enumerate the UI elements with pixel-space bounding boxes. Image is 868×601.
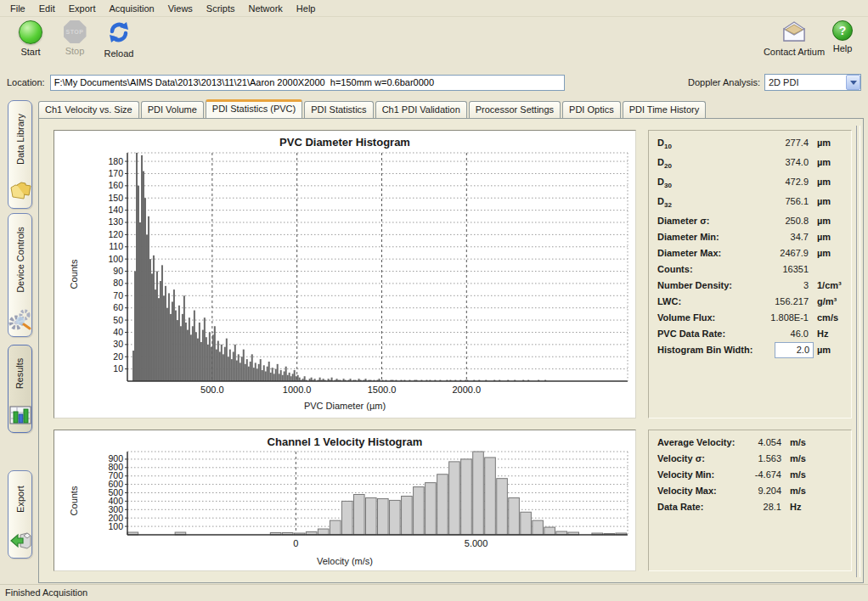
stat-label: Velocity Max: bbox=[657, 486, 717, 496]
pvc-diameter-histogram-panel: 1020304050607080901001101201301401501601… bbox=[54, 130, 636, 418]
stat-row-pvc-data-rate: PVC Data Rate:46.0Hz bbox=[657, 329, 843, 345]
svg-text:0: 0 bbox=[293, 538, 298, 548]
stat-row-velocity-min: Velocity Min:-4.674m/s bbox=[657, 469, 843, 486]
status-text: Finished Acquisition bbox=[5, 587, 87, 598]
stat-value: 1.563 bbox=[758, 453, 781, 463]
svg-text:40: 40 bbox=[113, 327, 123, 337]
pvc-stats-panel: D10277.4µmD20374.0µmD30472.9µmD32756.1µm… bbox=[648, 130, 852, 418]
sidebar-item-label: Export bbox=[15, 486, 25, 513]
tab-ch1-velocity-vs-size[interactable]: Ch1 Velocity vs. Size bbox=[38, 101, 139, 118]
stat-label: Volume Flux: bbox=[657, 312, 715, 323]
menu-views[interactable]: Views bbox=[161, 2, 200, 15]
stat-unit: Hz bbox=[817, 329, 828, 339]
stat-value: -4.674 bbox=[755, 469, 781, 480]
stat-label: Counts: bbox=[657, 264, 693, 274]
stat-label: Data Rate: bbox=[657, 502, 703, 512]
stat-unit: cm/s bbox=[817, 312, 838, 323]
gears-icon bbox=[8, 306, 33, 333]
reload-label: Reload bbox=[104, 48, 134, 59]
menu-file[interactable]: File bbox=[3, 2, 32, 15]
menu-acquisition[interactable]: Acquisition bbox=[103, 2, 161, 15]
stat-value: 4.054 bbox=[758, 437, 781, 447]
start-button[interactable]: Start bbox=[8, 20, 53, 57]
doppler-analysis-select[interactable]: 2D PDI bbox=[764, 74, 861, 91]
contact-artium-button[interactable]: Contact Artium bbox=[763, 20, 826, 57]
sidebar-item-export[interactable]: Export bbox=[8, 470, 32, 559]
stat-row-counts: Counts:16351 bbox=[657, 264, 843, 280]
tab-pdi-volume[interactable]: PDI Volume bbox=[141, 101, 204, 118]
svg-text:110: 110 bbox=[109, 241, 123, 251]
menu-help[interactable]: Help bbox=[290, 2, 323, 15]
stat-value: 16351 bbox=[782, 264, 809, 274]
location-input[interactable] bbox=[50, 75, 565, 91]
stat-row-volume-flux: Volume Flux:1.808E-1cm/s bbox=[657, 312, 843, 329]
stat-label: Average Velocity: bbox=[657, 437, 735, 447]
svg-text:150: 150 bbox=[108, 193, 123, 203]
stat-label: Diameter Min: bbox=[657, 232, 719, 242]
stat-unit: µm bbox=[817, 345, 831, 355]
sidebar-item-data-library[interactable]: Data Library bbox=[8, 100, 32, 209]
stat-label: LWC: bbox=[657, 296, 681, 306]
stat-row-diameter-min: Diameter Min:34.7µm bbox=[657, 232, 843, 248]
sidebar-item-label: Data Library bbox=[15, 114, 25, 165]
svg-text:100: 100 bbox=[108, 254, 123, 264]
stat-label: Number Density: bbox=[657, 280, 732, 290]
help-label: Help bbox=[833, 43, 853, 53]
menu-edit[interactable]: Edit bbox=[32, 2, 62, 15]
stat-value: 277.4 bbox=[785, 138, 809, 148]
vertical-splitter[interactable] bbox=[856, 126, 860, 577]
stat-value: 756.1 bbox=[785, 196, 809, 206]
stat-row-d30: D30472.9µm bbox=[657, 177, 843, 196]
stat-label: D20 bbox=[657, 157, 672, 167]
stat-row-number-density: Number Density:31/cm³ bbox=[657, 280, 843, 296]
export-icon bbox=[8, 527, 33, 554]
envelope-icon bbox=[781, 20, 808, 44]
help-button[interactable]: ? Help bbox=[826, 20, 860, 53]
sidebar-item-device-controls[interactable]: Device Controls bbox=[8, 213, 32, 337]
stat-row-velocity-max: Velocity Max:9.204m/s bbox=[657, 486, 843, 502]
tab-pdi-statistics[interactable]: PDI Statistics bbox=[304, 101, 373, 118]
tab-pdi-time-history[interactable]: PDI Time History bbox=[623, 101, 707, 118]
stat-row-diameter-max: Diameter Max:2467.9µm bbox=[657, 248, 843, 264]
svg-text:900: 900 bbox=[108, 453, 123, 463]
histogram-bin-width-input[interactable]: 2.0 bbox=[775, 342, 814, 358]
svg-text:30: 30 bbox=[113, 339, 123, 349]
stat-label: D10 bbox=[657, 138, 672, 148]
tab-pdi-statistics-pvc[interactable]: PDI Statistics (PVC) bbox=[206, 99, 302, 118]
stat-unit: µm bbox=[817, 196, 831, 206]
stat-row-velocity: Velocity σ:1.563m/s bbox=[657, 453, 843, 469]
doppler-analysis-label: Doppler Analysis: bbox=[688, 77, 760, 87]
pvc-histogram-canvas: 1020304050607080901001101201301401501601… bbox=[54, 131, 637, 419]
reload-button[interactable]: Reload bbox=[97, 20, 141, 59]
stat-unit: µm bbox=[817, 232, 831, 242]
svg-text:1500.0: 1500.0 bbox=[368, 385, 397, 395]
tab-ch1-pdi-validation[interactable]: Ch1 PDI Validation bbox=[375, 101, 467, 118]
stat-row-d10: D10277.4µm bbox=[657, 138, 843, 157]
chevron-down-icon bbox=[846, 75, 860, 90]
stat-value: 374.0 bbox=[785, 157, 809, 167]
menu-scripts[interactable]: Scripts bbox=[200, 2, 242, 15]
stat-value: 2467.9 bbox=[780, 248, 809, 258]
stat-unit: 1/cm³ bbox=[817, 280, 842, 290]
stop-button[interactable]: STOP Stop bbox=[53, 20, 97, 56]
stat-label: Velocity Min: bbox=[657, 469, 714, 480]
svg-text:500.0: 500.0 bbox=[200, 385, 224, 395]
menu-export[interactable]: Export bbox=[62, 2, 103, 15]
stat-value: 156.217 bbox=[775, 296, 809, 306]
svg-text:90: 90 bbox=[113, 266, 123, 276]
menu-network[interactable]: Network bbox=[241, 2, 289, 15]
sidebar-item-results[interactable]: Results bbox=[8, 345, 32, 433]
tab-processor-settings[interactable]: Processor Settings bbox=[469, 101, 561, 118]
stat-value: 28.1 bbox=[764, 502, 781, 512]
stat-unit: µm bbox=[817, 216, 831, 226]
stat-label: PVC Data Rate: bbox=[657, 329, 725, 339]
tab-pdi-optics[interactable]: PDI Optics bbox=[562, 101, 621, 118]
svg-text:160: 160 bbox=[108, 180, 123, 190]
menu-bar: FileEditExportAcquisitionViewsScriptsNet… bbox=[0, 0, 868, 17]
svg-text:120: 120 bbox=[108, 229, 123, 239]
velocity-y-axis-label: Counts bbox=[69, 486, 79, 515]
pvc-x-axis-label: PVC Diameter (µm) bbox=[54, 401, 635, 411]
reload-icon bbox=[107, 20, 131, 46]
sidebar-item-label: Device Controls bbox=[15, 227, 25, 293]
toolbar: Start STOP Stop Reload Contact Artium ? bbox=[0, 17, 868, 70]
